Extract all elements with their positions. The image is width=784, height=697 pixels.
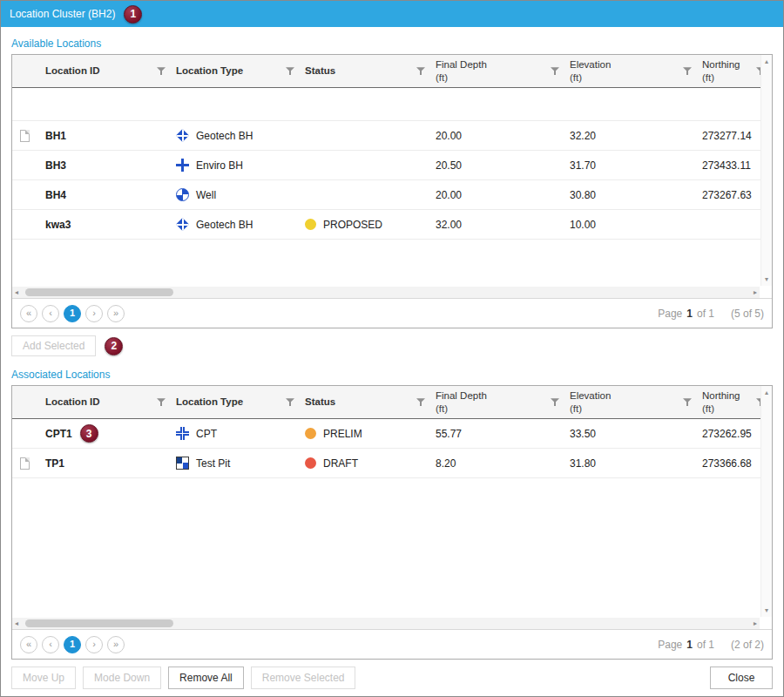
column-header-status[interactable]: Status [301,386,432,418]
filter-icon[interactable] [551,67,559,76]
cell-final-depth: 20.00 [432,180,566,209]
available-locations-grid: Location ID Location Type Status Final D… [11,54,773,328]
remove-all-button[interactable]: Remove All [168,667,244,689]
scroll-down-arrow-icon[interactable]: ▾ [765,275,768,283]
filter-icon[interactable] [157,398,166,407]
first-page-button[interactable]: « [20,636,37,653]
page-label: Page [658,308,682,320]
filter-icon[interactable] [416,67,425,76]
cell-final-depth: 20.00 [432,121,566,150]
test-pit-icon [176,457,189,470]
pager-info: Page 1 of 1 (5 of 5) [658,308,764,320]
table-row-bh1[interactable]: BH1 Geotech BH 20.00 32.20 273277.14 [12,121,772,151]
vertical-scrollbar[interactable]: ▴ ▾ [760,55,772,286]
close-button[interactable]: Close [710,667,773,689]
cell-location-type: CPT [172,419,301,448]
table-row-cpt1[interactable]: CPT1 3 CPT PRELIM 55.77 33.50 273262.95 [12,419,772,449]
grid-empty-area [12,240,772,287]
add-selected-row: Add Selected 2 [11,335,773,356]
remove-selected-button[interactable]: Remove Selected [251,667,356,689]
cell-location-id: BH4 [42,180,172,209]
window-title: Location Cluster (BH2) [10,8,115,20]
filter-icon[interactable] [683,67,692,76]
row-indicator-cell [12,121,42,150]
filter-icon[interactable] [683,398,692,407]
available-pager: « ‹ 1 › » Page 1 of 1 (5 of 5) [12,298,772,328]
page-label: Page [658,639,682,651]
vertical-scrollbar[interactable]: ▴ ▾ [760,386,772,617]
table-row-kwa3[interactable]: kwa3 Geotech BH PROPOSED 32.00 10.00 [12,210,772,240]
status-dot-proposed [305,219,316,230]
status-dot [305,130,316,141]
titlebar[interactable]: Location Cluster (BH2) 1 [1,1,783,27]
location-cluster-dialog: Location Cluster (BH2) 1 Available Locat… [0,0,784,697]
column-header-location-id[interactable]: Location ID [42,55,172,87]
filter-icon[interactable] [286,398,294,407]
scroll-down-arrow-icon[interactable]: ▾ [765,606,768,614]
column-header-elevation[interactable]: Elevation(ft) [566,55,699,87]
scroll-up-arrow-icon[interactable]: ▴ [765,58,768,65]
filter-icon[interactable] [551,398,559,407]
geotech-bh-icon [176,129,189,142]
scroll-right-arrow-icon[interactable]: ▸ [754,619,757,627]
well-icon [176,188,189,201]
status-dot-draft [305,457,316,469]
next-page-button[interactable]: › [85,305,103,322]
column-header-location-type[interactable]: Location Type [172,55,301,87]
cell-location-id: BH3 [42,151,172,179]
table-row-bh3[interactable]: BH3 Enviro BH 20.50 31.70 273433.11 [12,151,772,180]
column-header-elevation[interactable]: Elevation(ft) [566,386,699,418]
horizontal-scrollbar-thumb[interactable] [25,288,173,296]
cell-status [301,151,432,179]
move-up-button[interactable]: Move Up [11,667,76,689]
page-number: 1 [686,308,693,320]
row-indicator-cell [12,180,42,209]
current-page-button[interactable]: 1 [64,305,81,322]
page-number: 1 [686,639,693,651]
column-header-location-id[interactable]: Location ID [42,386,172,418]
table-row-tp1[interactable]: TP1 Test Pit DRAFT 8.20 31.80 273366.68 [12,449,772,478]
horizontal-scrollbar[interactable]: ◂ ▸ [12,287,760,298]
horizontal-scrollbar-thumb[interactable] [25,619,173,627]
cell-status: PROPOSED [301,210,432,239]
cpt-icon [176,427,189,440]
scroll-left-arrow-icon[interactable]: ◂ [15,619,18,627]
current-page-button[interactable]: 1 [64,636,81,653]
page-of-label: of 1 [697,639,714,651]
mode-down-button[interactable]: Mode Down [83,667,161,689]
column-header-final-depth[interactable]: Final Depth(ft) [432,55,566,87]
filter-icon[interactable] [286,67,294,76]
cell-location-id: TP1 [42,449,172,477]
prev-page-button[interactable]: ‹ [42,636,59,653]
next-page-button[interactable]: › [85,636,103,653]
scroll-right-arrow-icon[interactable]: ▸ [754,288,757,296]
filter-icon[interactable] [157,67,166,76]
first-page-button[interactable]: « [20,305,37,322]
row-indicator-column-header [12,386,42,418]
row-indicator-cell [12,449,42,477]
cell-location-type: Well [172,180,301,209]
dialog-content: Available Locations Location ID Location… [1,27,783,696]
associated-locations-grid: Location ID Location Type Status Final D… [11,385,773,660]
filter-icon[interactable] [416,398,425,407]
column-header-status[interactable]: Status [301,55,432,87]
cell-location-type: Geotech BH [172,210,301,239]
cell-final-depth: 20.50 [432,151,566,179]
scroll-left-arrow-icon[interactable]: ◂ [15,288,18,296]
scroll-up-arrow-icon[interactable]: ▴ [765,389,768,396]
cell-location-id: CPT1 3 [42,419,172,448]
cell-status: PRELIM [301,419,432,448]
cell-location-id: BH1 [42,121,172,150]
enviro-bh-icon [176,159,189,172]
cell-location-type: Test Pit [172,449,301,477]
table-row-bh4[interactable]: BH4 Well 20.00 30.80 273267.63 [12,180,772,210]
record-count: (5 of 5) [731,308,764,320]
page-of-label: of 1 [697,308,714,320]
last-page-button[interactable]: » [107,305,125,322]
horizontal-scrollbar[interactable]: ◂ ▸ [12,618,760,629]
column-header-final-depth[interactable]: Final Depth(ft) [432,386,566,418]
add-selected-button[interactable]: Add Selected [11,335,96,356]
last-page-button[interactable]: » [107,636,125,653]
prev-page-button[interactable]: ‹ [42,305,59,322]
column-header-location-type[interactable]: Location Type [172,386,301,418]
